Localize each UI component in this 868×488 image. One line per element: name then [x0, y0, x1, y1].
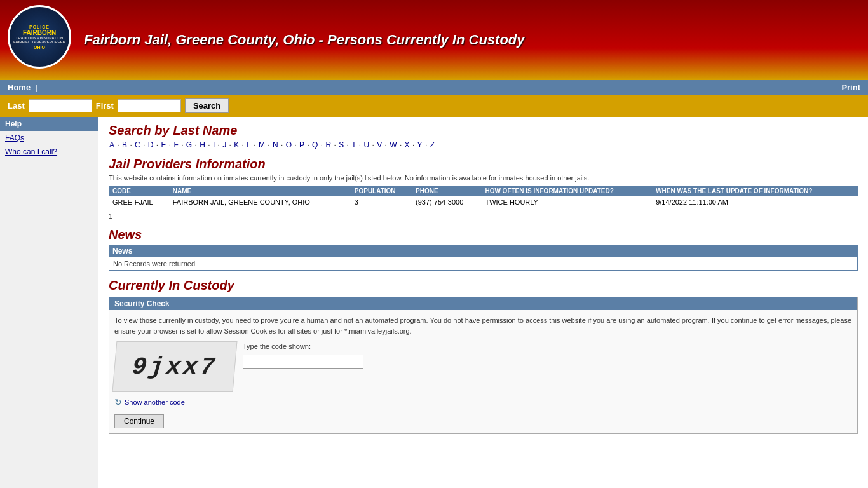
news-heading: News — [109, 227, 858, 242]
alpha-link-m[interactable]: M — [259, 140, 265, 149]
alpha-link-p[interactable]: P — [299, 140, 304, 149]
alpha-link-b[interactable]: B — [122, 140, 127, 149]
alpha-link-f[interactable]: F — [173, 140, 178, 149]
show-another-label: Show another code — [125, 397, 185, 408]
alpha-link-l[interactable]: L — [247, 140, 251, 149]
col-update-freq: HOW OFTEN IS INFORMATION UPDATED? — [481, 186, 652, 196]
main-content: Search by Last Name A · B · C · D · E · … — [98, 117, 868, 440]
refresh-icon: ↻ — [114, 396, 122, 409]
providers-table: CODE NAME POPULATION PHONE HOW OFTEN IS … — [109, 186, 858, 208]
alpha-link-a[interactable]: A — [109, 140, 114, 149]
alpha-link-d[interactable]: D — [148, 140, 154, 149]
alpha-link-o[interactable]: O — [286, 140, 292, 149]
alpha-link-x[interactable]: X — [405, 140, 410, 149]
show-another-code[interactable]: ↻ Show another code — [114, 396, 852, 409]
providers-heading: Jail Providers Information — [109, 157, 858, 172]
main-layout: Help FAQs Who can I call? Search by Last… — [0, 117, 868, 488]
search-bar: Last First Search — [0, 95, 868, 117]
security-box: Security Check To view those currently i… — [109, 297, 858, 434]
news-header: News — [109, 245, 858, 257]
alpha-link-g[interactable]: G — [186, 140, 192, 149]
col-last-update: WHEN WAS THE LAST UPDATE OF INFORMATION? — [652, 186, 858, 196]
col-phone: PHONE — [412, 186, 481, 196]
alpha-link-u[interactable]: U — [364, 140, 370, 149]
first-name-input[interactable] — [118, 99, 181, 112]
col-population: POPULATION — [351, 186, 412, 196]
table-row: GREE-FJAILFAIRBORN JAIL, GREENE COUNTY, … — [109, 196, 858, 208]
alpha-link-j[interactable]: J — [222, 140, 226, 149]
alpha-link-q[interactable]: Q — [312, 140, 318, 149]
print-link[interactable]: Print — [841, 83, 860, 92]
who-can-i-call-link[interactable]: Who can I call? — [0, 145, 98, 159]
alpha-link-n[interactable]: N — [273, 140, 278, 149]
alpha-link-w[interactable]: W — [390, 140, 397, 149]
table-footer: 1 — [109, 212, 858, 220]
alpha-link-s[interactable]: S — [339, 140, 344, 149]
captcha-right: Type the code shown: — [243, 341, 363, 369]
security-body: To view those currently in custody, you … — [109, 310, 857, 433]
captcha-image: 9jxx7 — [112, 341, 238, 392]
custody-heading: Currently In Custody — [109, 278, 858, 293]
navbar: Home | Print — [0, 80, 868, 95]
last-name-input[interactable] — [29, 99, 92, 112]
navbar-left: Home | — [8, 83, 40, 92]
nav-separator: | — [36, 83, 37, 92]
alpha-link-z[interactable]: Z — [430, 140, 435, 149]
alpha-link-k[interactable]: K — [234, 140, 239, 149]
alpha-link-v[interactable]: V — [377, 140, 382, 149]
faqs-link[interactable]: FAQs — [0, 131, 98, 145]
news-body: No Records were returned — [109, 257, 858, 271]
search-button[interactable]: Search — [185, 98, 229, 113]
providers-description: This website contains information on inm… — [109, 174, 858, 182]
captcha-input[interactable] — [243, 355, 363, 369]
home-link[interactable]: Home — [8, 83, 31, 92]
first-label: First — [96, 101, 114, 111]
logo-area: POLICE FAIRBORN TRADITION • INNOVATION F… — [8, 5, 78, 75]
alpha-link-r[interactable]: R — [325, 140, 331, 149]
captcha-area: 9jxx7 Type the code shown: — [114, 341, 852, 392]
alphabet-links: A · B · C · D · E · F · G · H · I · J · … — [109, 140, 858, 149]
last-label: Last — [8, 101, 25, 111]
security-message: To view those currently in custody, you … — [114, 315, 852, 336]
security-header: Security Check — [109, 297, 857, 310]
sidebar: Help FAQs Who can I call? — [0, 117, 98, 488]
alpha-link-i[interactable]: I — [213, 140, 215, 149]
alpha-link-c[interactable]: C — [135, 140, 140, 149]
site-title: Fairborn Jail, Greene County, Ohio - Per… — [84, 32, 525, 48]
alpha-link-t[interactable]: T — [351, 140, 356, 149]
col-code: CODE — [109, 186, 169, 196]
page-header: POLICE FAIRBORN TRADITION • INNOVATION F… — [0, 0, 868, 80]
captcha-label: Type the code shown: — [243, 341, 363, 352]
alpha-link-h[interactable]: H — [200, 140, 205, 149]
alpha-link-e[interactable]: E — [161, 140, 166, 149]
sidebar-help-header: Help — [0, 117, 98, 131]
col-name: NAME — [169, 186, 351, 196]
continue-button[interactable]: Continue — [114, 414, 164, 428]
department-logo: POLICE FAIRBORN TRADITION • INNOVATION F… — [8, 5, 71, 69]
alpha-link-y[interactable]: Y — [417, 140, 423, 149]
search-heading: Search by Last Name — [109, 123, 858, 138]
